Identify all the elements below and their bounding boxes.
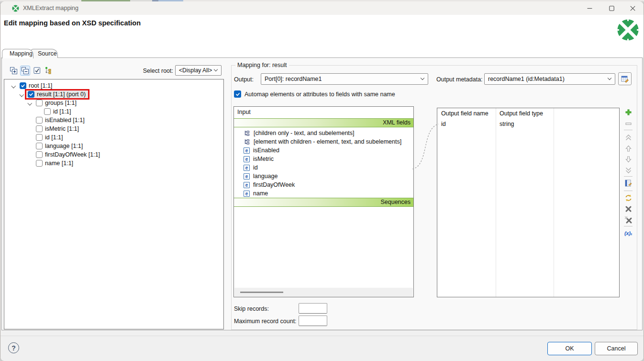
- tree-item-body[interactable]: name [1:1]: [33, 158, 77, 169]
- annotated-tree-selection[interactable]: result [1:1] (port 0): [25, 89, 89, 100]
- add-field-button[interactable]: [623, 107, 633, 117]
- tree-item-label: id [1:1]: [53, 108, 71, 115]
- automap-checkbox[interactable]: [234, 90, 241, 98]
- input-xml-fields-panel[interactable]: Input XML fields [children only - text, …: [233, 106, 414, 297]
- swap-arrows-icon: [624, 194, 633, 202]
- minimize-button[interactable]: [579, 1, 600, 15]
- close-button[interactable]: [622, 1, 643, 15]
- move-up-button[interactable]: [623, 143, 633, 154]
- input-field-label: firstDayOfWeek: [253, 181, 295, 188]
- output-port-value: Port[0]: recordName1: [265, 76, 322, 82]
- sequences-section-header: Sequences: [234, 198, 413, 207]
- delete-all-mappings-button[interactable]: [623, 214, 633, 225]
- move-down-button[interactable]: [623, 154, 633, 164]
- output-metadata-label: Output metadata:: [436, 76, 483, 83]
- edit-record-button[interactable]: [623, 178, 633, 189]
- tree-item-label: language [1:1]: [45, 143, 83, 149]
- help-button[interactable]: ?: [8, 342, 19, 353]
- title-bar[interactable]: [0, 1, 644, 15]
- expand-all-button[interactable]: [9, 66, 19, 76]
- input-field-label: [element with children - element, text, …: [254, 138, 401, 145]
- output-table-rows: idstring: [437, 108, 619, 297]
- input-field-item[interactable]: eid: [234, 163, 413, 172]
- maximize-button[interactable]: [601, 1, 622, 15]
- xml-element-icon: e: [244, 182, 250, 188]
- output-table-row[interactable]: idstring: [437, 121, 619, 129]
- select-root-value: <Display All>: [179, 67, 212, 74]
- skip-records-input[interactable]: [299, 303, 327, 314]
- input-field-item[interactable]: eisMetric: [234, 155, 413, 163]
- input-field-item[interactable]: [children only - text, and subelements]: [234, 129, 413, 137]
- output-fields-table[interactable]: Output field name Output field type idst…: [437, 108, 620, 297]
- tab-mapping[interactable]: Mapping: [2, 49, 33, 58]
- output-label: Output:: [234, 76, 254, 83]
- tree-checkbox[interactable]: [36, 125, 43, 132]
- tree-item[interactable]: name [1:1]: [4, 159, 223, 168]
- tree-expander-chevron-icon[interactable]: [20, 92, 24, 97]
- output-port-dropdown[interactable]: Port[0]: recordName1: [261, 73, 428, 85]
- edit-metadata-icon: [621, 75, 629, 83]
- tree-checkbox[interactable]: [36, 134, 43, 141]
- edit-metadata-button[interactable]: [618, 72, 632, 85]
- arrow-down-icon: [624, 155, 633, 163]
- toolbar-separator: [624, 191, 633, 191]
- tab-mapping-label: Mapping: [10, 50, 33, 57]
- tree-checkbox[interactable]: [36, 151, 43, 158]
- tree-order-icon-button[interactable]: [43, 66, 53, 76]
- tree-checkbox[interactable]: [44, 108, 51, 115]
- tab-source[interactable]: Source: [30, 49, 58, 58]
- check-elements-button[interactable]: [32, 66, 42, 76]
- minus-icon: [624, 120, 633, 128]
- cancel-button[interactable]: Cancel: [595, 342, 638, 355]
- max-record-count-label: Maximum record count:: [234, 318, 297, 325]
- horizontal-scrollbar[interactable]: [234, 288, 413, 297]
- remove-field-button[interactable]: [623, 118, 633, 129]
- toolbar-separator: [624, 176, 633, 177]
- max-record-count-input[interactable]: [299, 316, 327, 326]
- scrollbar-thumb[interactable]: [240, 292, 283, 293]
- move-top-button[interactable]: [623, 132, 633, 143]
- cancel-button-label: Cancel: [607, 345, 626, 352]
- refresh-mapping-button[interactable]: [623, 192, 633, 203]
- record-document-icon: [624, 179, 633, 188]
- select-root-dropdown[interactable]: <Display All>: [175, 65, 222, 76]
- automap-label: Automap elements or attributes to fields…: [244, 91, 395, 98]
- tree-checkbox[interactable]: [20, 82, 26, 89]
- ok-button[interactable]: OK: [547, 342, 592, 355]
- move-bottom-button[interactable]: [623, 165, 633, 175]
- input-field-item[interactable]: efirstDayOfWeek: [234, 180, 413, 189]
- input-field-item[interactable]: elanguage: [234, 172, 413, 180]
- chevron-down-icon: [214, 68, 218, 71]
- tree-item[interactable]: groups [1:1]: [4, 99, 223, 108]
- tree-expander-chevron-icon[interactable]: [11, 84, 16, 88]
- output-metadata-dropdown[interactable]: recordName1 (id:Metadata1): [484, 73, 615, 85]
- tree-expander-chevron-icon[interactable]: [28, 101, 32, 105]
- xpath-settings-button[interactable]: (x)₁: [623, 228, 633, 238]
- tree-item[interactable]: result [1:1] (port 0): [4, 90, 223, 99]
- output-field-type-cell: string: [500, 121, 514, 127]
- window-title: XMLExtract mapping: [23, 5, 78, 11]
- xsd-tree[interactable]: root [1:1]result [1:1] (port 0)groups [1…: [4, 79, 224, 329]
- arrow-up-icon: [624, 145, 633, 153]
- tree-checkbox[interactable]: [36, 117, 43, 124]
- tree-checkbox[interactable]: [36, 143, 43, 149]
- input-field-item[interactable]: ename: [234, 189, 413, 198]
- xsd-tree-rows: root [1:1]result [1:1] (port 0)groups [1…: [4, 79, 223, 329]
- delete-mapping-button[interactable]: [623, 203, 633, 214]
- xml-branch-icon: [244, 130, 250, 136]
- input-field-item[interactable]: eisEnabled: [234, 146, 413, 155]
- ok-button-label: OK: [565, 345, 574, 352]
- collapse-all-button[interactable]: [20, 66, 30, 76]
- xml-element-icon: e: [244, 165, 250, 171]
- tree-checkbox[interactable]: [36, 100, 43, 106]
- output-metadata-value: recordName1 (id:Metadata1): [488, 76, 565, 82]
- question-mark-icon: ?: [11, 344, 16, 352]
- tree-checkbox[interactable]: [28, 91, 34, 98]
- xml-element-icon: e: [244, 147, 250, 154]
- mapping-for-label: Mapping for: result: [235, 62, 289, 68]
- input-field-label: isMetric: [253, 156, 274, 162]
- input-field-label: isEnabled: [253, 147, 279, 154]
- tree-checkbox[interactable]: [36, 160, 43, 167]
- input-field-item[interactable]: [element with children - element, text, …: [234, 137, 413, 146]
- xml-element-icon: e: [244, 173, 250, 180]
